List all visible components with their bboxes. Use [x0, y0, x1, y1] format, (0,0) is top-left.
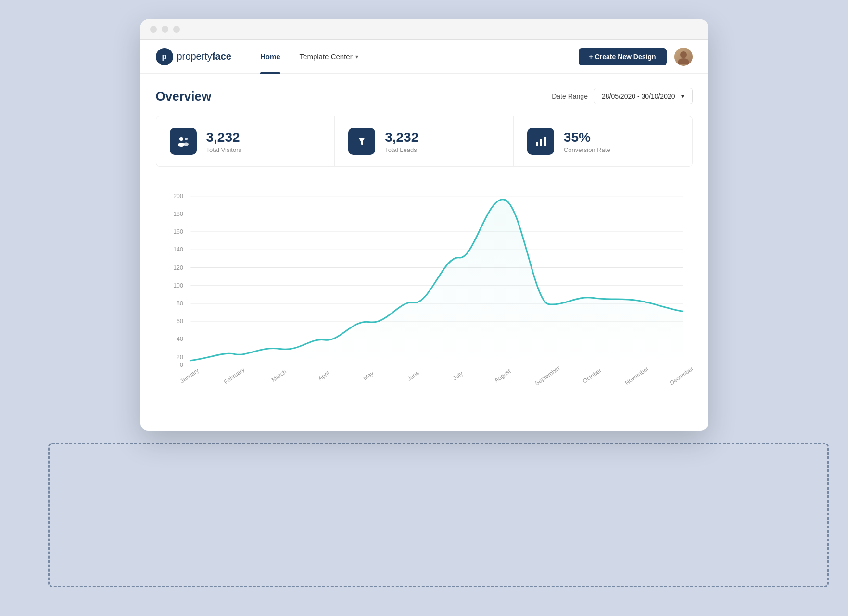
y-label: 100	[173, 282, 183, 289]
browser-dot-red	[150, 26, 157, 33]
date-range-area: Date Range 28/05/2020 - 30/10/2020 ▾	[552, 88, 692, 104]
x-label-sep: September	[533, 365, 561, 387]
conversion-value: 35%	[564, 130, 610, 145]
y-label: 200	[173, 193, 183, 200]
logo[interactable]: p propertyface	[156, 48, 231, 65]
y-label: 80	[177, 300, 183, 307]
x-label-apr: April	[316, 370, 330, 382]
svg-rect-5	[540, 139, 542, 146]
stat-card-visitors: 3,232 Total Visitors	[156, 116, 335, 166]
y-label: 160	[173, 228, 183, 235]
browser-titlebar	[140, 19, 708, 40]
create-new-design-button[interactable]: + Create New Design	[579, 48, 667, 65]
nav-items: Home Template Center ▾	[251, 40, 579, 74]
stat-info-visitors: 3,232 Total Visitors	[206, 130, 241, 153]
y-label: 40	[177, 336, 183, 342]
nav-item-home[interactable]: Home	[251, 40, 290, 74]
svg-point-2	[178, 143, 185, 147]
x-label-jun: June	[406, 369, 420, 382]
browser-window: p propertyface Home Template Center ▾ + …	[140, 19, 708, 431]
leads-value: 3,232	[385, 130, 418, 145]
avatar-image	[674, 48, 693, 66]
y-label: 20	[177, 354, 183, 361]
chevron-down-icon: ▾	[355, 53, 358, 60]
browser-dot-green	[173, 26, 180, 33]
x-label-may: May	[362, 370, 375, 382]
x-label-dec: December	[668, 365, 695, 386]
x-label-jan: January	[179, 367, 201, 385]
nav-right: + Create New Design	[579, 48, 693, 66]
x-label-feb: February	[222, 366, 246, 385]
chevron-down-icon: ▾	[681, 92, 684, 100]
y-label: 140	[173, 246, 183, 253]
y-label: 60	[177, 318, 183, 325]
visitors-value: 3,232	[206, 130, 241, 145]
main-content: Overview Date Range 28/05/2020 - 30/10/2…	[140, 74, 708, 431]
x-label-oct: October	[581, 367, 602, 385]
overview-header: Overview Date Range 28/05/2020 - 30/10/2…	[156, 88, 693, 104]
date-range-value: 28/05/2020 - 30/10/2020	[602, 92, 675, 100]
chart-container: 200 180 160 140 120 100 80	[156, 181, 693, 416]
stat-info-leads: 3,232 Total Leads	[385, 130, 418, 153]
y-label: 0	[179, 362, 183, 368]
x-label-jul: July	[452, 370, 465, 382]
y-label: 120	[173, 264, 183, 271]
x-label-nov: November	[623, 365, 650, 386]
visitors-icon	[170, 128, 197, 155]
logo-icon: p	[156, 48, 173, 65]
svg-rect-4	[536, 142, 538, 146]
line-chart: 200 180 160 140 120 100 80	[156, 186, 693, 405]
chart-area	[190, 200, 683, 365]
visitors-label: Total Visitors	[206, 146, 241, 153]
stat-info-conversion: 35% Conversion Rate	[564, 130, 610, 153]
page-title: Overview	[156, 89, 212, 104]
svg-rect-6	[544, 137, 546, 146]
leads-label: Total Leads	[385, 146, 418, 153]
browser-dot-yellow	[162, 26, 168, 33]
date-range-picker[interactable]: 28/05/2020 - 30/10/2020 ▾	[594, 88, 693, 104]
svg-point-1	[185, 138, 188, 140]
x-label-mar: March	[270, 368, 287, 383]
y-label: 180	[173, 211, 183, 217]
logo-text: propertyface	[177, 51, 231, 62]
avatar[interactable]	[674, 48, 693, 66]
leads-icon	[348, 128, 375, 155]
stat-card-conversion: 35% Conversion Rate	[514, 116, 692, 166]
date-range-label: Date Range	[552, 92, 588, 100]
navbar: p propertyface Home Template Center ▾ + …	[140, 40, 708, 74]
nav-item-template-center[interactable]: Template Center ▾	[290, 40, 368, 74]
svg-point-3	[184, 143, 189, 146]
stats-row: 3,232 Total Visitors 3,232 Total Leads	[156, 116, 693, 167]
stat-card-leads: 3,232 Total Leads	[335, 116, 514, 166]
svg-point-0	[179, 137, 183, 141]
conversion-icon	[527, 128, 554, 155]
bg-decoration	[48, 443, 829, 587]
x-label-aug: August	[493, 367, 512, 384]
conversion-label: Conversion Rate	[564, 146, 610, 153]
